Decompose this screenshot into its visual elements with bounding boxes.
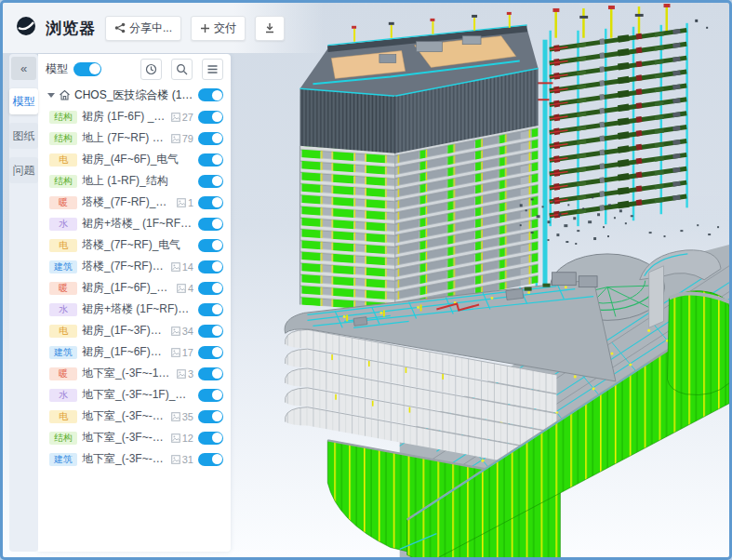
share-icon (114, 22, 126, 33)
drawing-count-badge: 1 (177, 197, 193, 208)
drawing-count-badge: 79 (171, 133, 193, 144)
tree-row-label: 裙房 (1F-6F) _结构... (82, 109, 166, 125)
drawing-count: 34 (182, 326, 193, 337)
tree-row[interactable]: 建筑 塔楼_(7F~RF)_建筑 14 (49, 256, 231, 277)
tab-drawings[interactable]: 图纸 (9, 123, 38, 149)
visibility-toggle[interactable] (198, 153, 223, 167)
model-tree-list: 结构 裙房 (1F-6F) _结构... 27 结构 地上 (7F~RF) _结… (38, 106, 231, 470)
tree-row-label: 地下室_(-3F~-1F)_电气 (82, 408, 166, 424)
deliver-button[interactable]: 交付 (191, 16, 246, 41)
window: 浏览器 分享中... 交付 « 模型 图纸 问题 模型 (0, 0, 732, 560)
visibility-toggle[interactable] (198, 367, 223, 380)
visibility-toggle[interactable] (198, 260, 223, 273)
visibility-toggle[interactable] (198, 111, 223, 124)
tree-row-label: 裙房_(1F~6F)_暖通 (82, 280, 172, 296)
drawing-icon (171, 433, 180, 443)
tree-row-label: 塔楼_(7F~RF)_电气 (82, 237, 193, 253)
tree-row-label: 地下室_(-3F~-1F)_结构 (82, 430, 166, 446)
history-button[interactable] (140, 59, 162, 80)
discipline-tag: 建筑 (49, 453, 77, 466)
tree-row[interactable]: 电 裙房_(1F~3F)_电气 34 (49, 320, 231, 341)
visibility-toggle[interactable] (198, 282, 223, 295)
visibility-toggle[interactable] (198, 196, 223, 209)
home-icon (59, 89, 71, 101)
tree-row[interactable]: 建筑 地下室_(-3F~-1F)_建筑 31 (49, 448, 231, 470)
tower-model (300, 12, 539, 312)
tab-issues[interactable]: 问题 (9, 157, 38, 183)
visibility-toggle[interactable] (198, 239, 223, 252)
tree-row-label: 地下室_(-3F~-1F)_给... (82, 387, 193, 403)
tree-row[interactable]: 结构 地上 (7F~RF) _结构... 79 (49, 127, 231, 149)
tree-row[interactable]: 水 裙房+塔楼 (1F~RF)_... (49, 299, 231, 320)
discipline-tag: 建筑 (49, 260, 77, 273)
discipline-tag: 电 (49, 410, 77, 423)
drawing-count: 17 (182, 347, 193, 358)
drawing-count-badge: 31 (171, 454, 193, 465)
drawing-icon (171, 348, 180, 357)
chevron-down-icon[interactable] (47, 93, 55, 98)
plus-icon (200, 23, 210, 33)
tree-row-label: 地下室_(-3F~-1F)_建筑 (82, 451, 166, 467)
visibility-toggle[interactable] (198, 325, 223, 338)
tree-row-label: 裙房+塔楼_ (1F~RF)... (82, 216, 193, 232)
download-button[interactable] (255, 16, 285, 41)
tree-row-label: 裙房_(1F~3F)_电气 (82, 323, 166, 339)
drawing-icon (177, 198, 186, 207)
drawing-count: 31 (182, 454, 193, 465)
menu-button[interactable] (202, 59, 223, 80)
discipline-tag: 暖 (49, 196, 77, 209)
search-icon (176, 63, 188, 75)
tree-row[interactable]: 电 地下室_(-3F~-1F)_电气 35 (49, 406, 231, 427)
app-logo (16, 16, 36, 40)
tree-row[interactable]: 电 裙房_(4F~6F)_电气 (49, 149, 231, 170)
share-button[interactable]: 分享中... (105, 16, 181, 41)
tree-row-label: 裙房+塔楼 (1F~RF)_... (82, 301, 193, 317)
visibility-toggle[interactable] (198, 432, 223, 445)
visibility-toggle[interactable] (198, 389, 223, 402)
tree-row[interactable]: 结构 地上 (1-RF)_结构 (49, 170, 231, 192)
visibility-toggle[interactable] (198, 132, 223, 145)
tree-row[interactable]: 暖 地下室_(-3F~-1F)_暖通 3 (49, 363, 231, 384)
discipline-tag: 水 (49, 303, 77, 316)
tree-row[interactable]: 水 裙房+塔楼_ (1F~RF)... (49, 213, 231, 234)
tree-row[interactable]: 结构 裙房 (1F-6F) _结构... 27 (49, 106, 231, 127)
tree-row[interactable]: 电 塔楼_(7F~RF)_电气 (49, 234, 231, 256)
tree-root-row[interactable]: CHOS_医技综合楼 (17... (38, 84, 231, 106)
tree-row[interactable]: 建筑 裙房_(1F~6F)_建筑 17 (49, 341, 231, 363)
visibility-toggle[interactable] (198, 453, 223, 466)
tree-row-label: 塔楼_(7F-RF)_暖通 (82, 194, 172, 210)
tree-row-label: 地上 (7F~RF) _结构... (82, 130, 166, 146)
tree-root-toggle[interactable] (198, 88, 223, 101)
drawing-count-badge: 12 (171, 433, 193, 444)
visibility-toggle[interactable] (198, 175, 223, 188)
tree-row[interactable]: 结构 地下室_(-3F~-1F)_结构 12 (49, 427, 231, 448)
model-panel: 模型 CHOS_医技综合楼 (17... 结构 裙房 (1F-6F) _结构..… (38, 54, 231, 552)
discipline-tag: 结构 (49, 175, 77, 188)
discipline-tag: 结构 (49, 432, 77, 445)
app-header: 浏览器 分享中... 交付 (3, 3, 324, 53)
collapse-panel-button[interactable]: « (11, 57, 36, 80)
menu-icon (206, 63, 219, 75)
drawing-count: 1 (188, 197, 193, 208)
drawing-count: 4 (188, 283, 193, 294)
tab-model[interactable]: 模型 (9, 88, 38, 114)
drawing-count-badge: 34 (171, 326, 193, 337)
drawing-icon (171, 455, 180, 464)
tree-root-label: CHOS_医技综合楼 (17... (74, 87, 194, 103)
discipline-tag: 电 (49, 325, 77, 338)
drawing-count-badge: 35 (171, 411, 193, 422)
visibility-toggle[interactable] (198, 410, 223, 423)
visibility-toggle[interactable] (198, 346, 223, 359)
discipline-tag: 电 (49, 239, 77, 252)
tree-row[interactable]: 水 地下室_(-3F~-1F)_给... (49, 384, 231, 406)
drawing-icon (171, 327, 180, 336)
tree-row-label: 裙房_(1F~6F)_建筑 (82, 344, 166, 360)
search-button[interactable] (171, 59, 193, 80)
tree-row[interactable]: 暖 裙房_(1F~6F)_暖通 4 (49, 277, 231, 299)
visibility-toggle[interactable] (198, 218, 223, 231)
visibility-toggle[interactable] (198, 303, 223, 316)
tree-row-label: 裙房_(4F~6F)_电气 (82, 152, 193, 167)
model-master-toggle[interactable] (73, 62, 101, 76)
drawing-icon (171, 113, 180, 122)
tree-row[interactable]: 暖 塔楼_(7F-RF)_暖通 1 (49, 192, 231, 213)
